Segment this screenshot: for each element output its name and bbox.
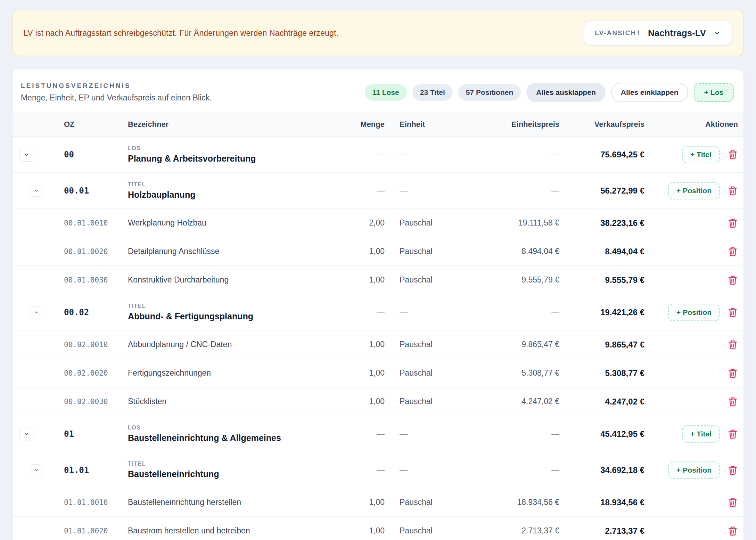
menge-cell: 1,00 xyxy=(343,275,385,285)
einheitspreis-cell: 4.247,02 € xyxy=(469,397,559,406)
chevron-down-icon xyxy=(34,188,39,194)
trash-icon xyxy=(728,429,738,439)
menge-cell: 1,00 xyxy=(343,498,385,507)
delete-button[interactable] xyxy=(728,339,738,350)
row-name: Holzbauplanung xyxy=(128,190,343,200)
menge-cell: — xyxy=(343,429,385,439)
verkaufspreis-cell: 45.412,95 € xyxy=(559,429,644,439)
delete-button[interactable] xyxy=(728,186,738,196)
row-name: Fertigungszeichnungen xyxy=(128,368,343,378)
einheitspreis-cell: 9.555,79 € xyxy=(469,275,559,285)
einheit-cell: — xyxy=(385,186,469,195)
expand-cell xyxy=(19,306,64,318)
lv-view-select[interactable]: LV-ANSICHT Nachtrags-LV xyxy=(584,21,732,46)
verkaufspreis-cell: 75.694,25 € xyxy=(559,150,644,159)
oz-cell: 00.02.0010 xyxy=(64,341,128,349)
trash-icon xyxy=(728,218,738,228)
menge-cell: 2,00 xyxy=(343,218,385,228)
row-name: Planung & Arbeitsvorbereitung xyxy=(128,154,343,164)
menge-cell: — xyxy=(343,308,385,317)
titel-count-badge: 23 Titel xyxy=(412,84,453,101)
menge-cell: — xyxy=(343,465,385,475)
card-header-toolbar: 11 Lose 23 Titel 57 Positionen Alles aus… xyxy=(365,83,734,102)
row-action-button[interactable]: + Position xyxy=(668,304,720,321)
bezeichner-cell: TITEL Holzbauplanung xyxy=(128,181,343,200)
expand-button[interactable] xyxy=(31,185,42,197)
oz-cell: 01.01.0020 xyxy=(64,527,128,535)
einheit-cell: Pauschal xyxy=(385,526,469,535)
delete-button[interactable] xyxy=(728,275,738,285)
row-name: Baustrom herstellen und betreiben xyxy=(128,526,343,535)
oz-cell: 01 xyxy=(64,429,128,439)
delete-button[interactable] xyxy=(728,526,738,536)
einheit-cell: Pauschal xyxy=(385,397,469,406)
aktionen-cell: + Titel xyxy=(644,146,738,163)
table-row-01.01.0020: 01.01.0020 Baustrom herstellen und betre… xyxy=(13,517,743,540)
bezeichner-cell: Konstruktive Durcharbeitung xyxy=(128,275,343,285)
trash-icon xyxy=(728,368,738,378)
oz-cell: 00.02.0020 xyxy=(64,369,128,377)
einheit-cell: Pauschal xyxy=(385,247,469,256)
row-action-button[interactable]: + Position xyxy=(668,182,720,199)
oz-cell: 01.01 xyxy=(64,465,128,475)
row-name: Baustelleneinrichtung & Allgemeines xyxy=(128,433,343,443)
warning-message: LV ist nach Auftragsstart schreibgeschüt… xyxy=(24,28,338,38)
delete-button[interactable] xyxy=(728,497,738,508)
aktionen-cell xyxy=(644,368,738,378)
einheitspreis-cell: — xyxy=(469,429,559,439)
aktionen-cell xyxy=(644,526,738,536)
row-kind-label: LOS xyxy=(128,145,343,152)
row-action-button[interactable]: + Titel xyxy=(682,425,720,443)
einheitspreis-cell: — xyxy=(469,465,559,475)
row-name: Baustelleneinrichtung herstellen xyxy=(128,498,343,507)
einheit-cell: Pauschal xyxy=(385,340,469,349)
aktionen-cell xyxy=(644,339,738,350)
bezeichner-cell: Werkplanung Holzbau xyxy=(128,218,343,228)
expand-button[interactable] xyxy=(19,148,33,162)
expand-cell xyxy=(19,427,64,441)
row-action-button[interactable]: + Position xyxy=(668,461,720,479)
expand-button[interactable] xyxy=(31,306,42,318)
expand-all-button[interactable]: Alles ausklappen xyxy=(526,83,606,102)
verkaufspreis-cell: 18.934,56 € xyxy=(559,498,644,507)
aktionen-cell: + Position xyxy=(644,461,738,479)
expand-cell xyxy=(19,185,64,197)
expand-button[interactable] xyxy=(19,427,33,441)
delete-button[interactable] xyxy=(728,307,738,318)
trash-icon xyxy=(728,396,738,407)
einheit-cell: — xyxy=(385,150,469,159)
add-los-button[interactable]: + Los xyxy=(694,83,734,102)
einheitspreis-cell: 5.308,77 € xyxy=(469,368,559,378)
einheit-cell: — xyxy=(385,308,469,317)
delete-button[interactable] xyxy=(728,246,738,257)
table-row-01.01: 01.01 TITEL Baustelleneinrichtung — — — … xyxy=(13,452,743,488)
trash-icon xyxy=(728,186,738,196)
row-kind-label: TITEL xyxy=(128,181,343,188)
row-action-button[interactable]: + Titel xyxy=(682,146,720,163)
bezeichner-cell: Abbundplanung / CNC-Daten xyxy=(128,340,343,349)
table-row-00.01.0020: 00.01.0020 Detailplanung Anschlüsse 1,00… xyxy=(13,237,743,266)
table-row-00.01: 00.01 TITEL Holzbauplanung — — — 56.272,… xyxy=(13,173,743,209)
positionen-count-badge: 57 Positionen xyxy=(458,84,521,101)
chevron-down-icon xyxy=(34,309,39,316)
col-menge: Menge xyxy=(343,120,385,129)
delete-button[interactable] xyxy=(728,465,738,475)
table-row-01: 01 LOS Baustelleneinrichtung & Allgemein… xyxy=(13,416,743,452)
einheitspreis-cell: — xyxy=(469,308,559,317)
einheit-cell: Pauschal xyxy=(385,368,469,378)
expand-button[interactable] xyxy=(31,464,42,476)
verkaufspreis-cell: 8.494,04 € xyxy=(559,247,644,256)
delete-button[interactable] xyxy=(728,368,738,378)
collapse-all-button[interactable]: Alles einklappen xyxy=(611,83,688,102)
row-name: Abbundplanung / CNC-Daten xyxy=(128,340,343,349)
bezeichner-cell: Stücklisten xyxy=(128,397,343,406)
delete-button[interactable] xyxy=(728,396,738,407)
oz-cell: 00 xyxy=(64,150,128,159)
verkaufspreis-cell: 38.223,16 € xyxy=(559,218,644,228)
delete-button[interactable] xyxy=(728,218,738,228)
aktionen-cell: + Position xyxy=(644,182,738,199)
delete-button[interactable] xyxy=(728,149,738,160)
delete-button[interactable] xyxy=(728,429,738,439)
row-name: Abbund- & Fertigungsplanung xyxy=(128,311,343,321)
trash-icon xyxy=(728,339,738,350)
